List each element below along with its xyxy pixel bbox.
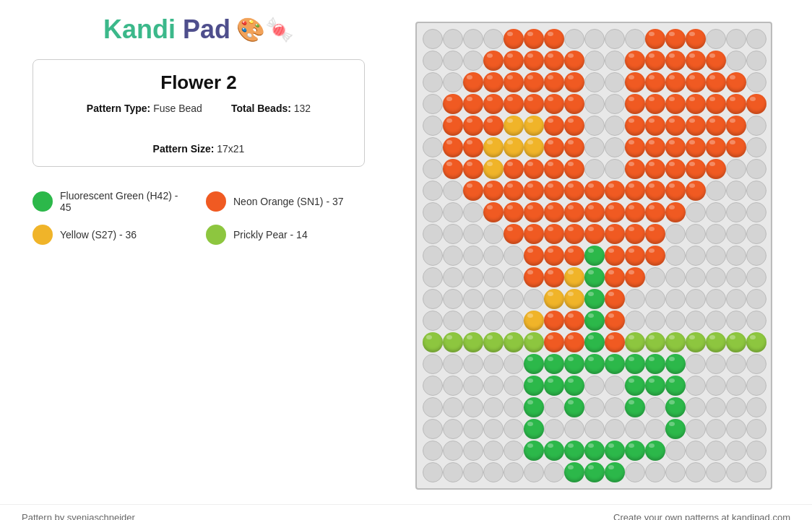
bead bbox=[584, 376, 605, 396]
bead bbox=[605, 29, 625, 49]
bead bbox=[645, 246, 665, 266]
bead bbox=[686, 441, 706, 461]
bead bbox=[544, 419, 564, 439]
bead bbox=[463, 246, 483, 266]
logo-area: Kandi Pad 🎨🍬 bbox=[103, 14, 294, 45]
info-box: Flower 2 Pattern Type: Fuse Bead Total B… bbox=[33, 59, 365, 167]
bead bbox=[625, 72, 645, 92]
bead bbox=[423, 332, 443, 352]
bead bbox=[463, 181, 483, 201]
bead bbox=[726, 376, 746, 396]
bead bbox=[706, 246, 726, 266]
bead bbox=[706, 94, 726, 114]
bead bbox=[665, 289, 686, 309]
bead bbox=[524, 419, 544, 439]
pattern-type-item: Pattern Type: Fuse Bead bbox=[87, 103, 202, 114]
bead bbox=[504, 51, 524, 71]
bead bbox=[443, 267, 463, 287]
bead bbox=[483, 267, 504, 287]
bead bbox=[423, 267, 443, 287]
bead bbox=[605, 419, 625, 439]
bead bbox=[564, 29, 584, 49]
bead bbox=[504, 246, 524, 266]
bead bbox=[706, 419, 726, 439]
bead bbox=[564, 376, 584, 396]
bead bbox=[645, 332, 665, 352]
bead bbox=[443, 419, 463, 439]
bead bbox=[746, 376, 766, 396]
bead bbox=[423, 202, 443, 222]
bead bbox=[686, 462, 706, 482]
bead bbox=[605, 72, 625, 92]
bead bbox=[463, 159, 483, 179]
bead bbox=[463, 94, 483, 114]
bead bbox=[564, 246, 584, 266]
logo-icon: 🎨🍬 bbox=[236, 16, 294, 43]
bead bbox=[423, 224, 443, 244]
bead bbox=[746, 267, 766, 287]
logo-pad: Pad bbox=[176, 14, 230, 44]
color-swatch bbox=[206, 225, 226, 245]
bead bbox=[504, 159, 524, 179]
color-label: Fluorescent Green (H42) - 45 bbox=[60, 190, 191, 213]
bead bbox=[706, 159, 726, 179]
bead bbox=[686, 116, 706, 136]
bead bbox=[645, 462, 665, 482]
bead bbox=[504, 202, 524, 222]
bead bbox=[544, 354, 564, 374]
bead bbox=[726, 224, 746, 244]
bead bbox=[544, 224, 564, 244]
bead bbox=[686, 376, 706, 396]
bead bbox=[625, 419, 645, 439]
bead bbox=[423, 289, 443, 309]
bead bbox=[524, 397, 544, 417]
bead bbox=[524, 311, 544, 331]
bead bbox=[645, 159, 665, 179]
bead bbox=[625, 29, 645, 49]
bead bbox=[665, 224, 686, 244]
bead bbox=[584, 397, 605, 417]
bead bbox=[483, 289, 504, 309]
bead bbox=[524, 137, 544, 157]
bead bbox=[443, 72, 463, 92]
bead bbox=[483, 224, 504, 244]
bead bbox=[706, 137, 726, 157]
bead bbox=[645, 354, 665, 374]
bead bbox=[726, 246, 746, 266]
bead bbox=[746, 137, 766, 157]
bead bbox=[564, 51, 584, 71]
bead bbox=[483, 94, 504, 114]
bead bbox=[726, 51, 746, 71]
bead bbox=[746, 462, 766, 482]
bead bbox=[504, 137, 524, 157]
footer-left: Pattern by svenjaschneider bbox=[22, 512, 135, 520]
bead bbox=[665, 267, 686, 287]
bead bbox=[544, 311, 564, 331]
bead bbox=[645, 397, 665, 417]
bead bbox=[665, 181, 686, 201]
bead bbox=[726, 462, 746, 482]
footer: Pattern by svenjaschneider Create your o… bbox=[0, 504, 812, 520]
bead bbox=[544, 94, 564, 114]
total-beads-value: 132 bbox=[294, 103, 311, 114]
bead bbox=[443, 159, 463, 179]
bead bbox=[605, 202, 625, 222]
bead bbox=[564, 311, 584, 331]
bead bbox=[544, 159, 564, 179]
bead bbox=[584, 181, 605, 201]
bead bbox=[706, 397, 726, 417]
bead bbox=[605, 397, 625, 417]
bead bbox=[463, 332, 483, 352]
bead bbox=[686, 94, 706, 114]
bead bbox=[605, 332, 625, 352]
bead bbox=[463, 462, 483, 482]
bead bbox=[686, 397, 706, 417]
logo-kandi: Kandi bbox=[103, 14, 176, 44]
bead bbox=[726, 289, 746, 309]
bead bbox=[625, 332, 645, 352]
bead bbox=[625, 397, 645, 417]
bead bbox=[686, 246, 706, 266]
bead bbox=[686, 224, 706, 244]
bead bbox=[605, 376, 625, 396]
bead-grid bbox=[423, 29, 765, 482]
